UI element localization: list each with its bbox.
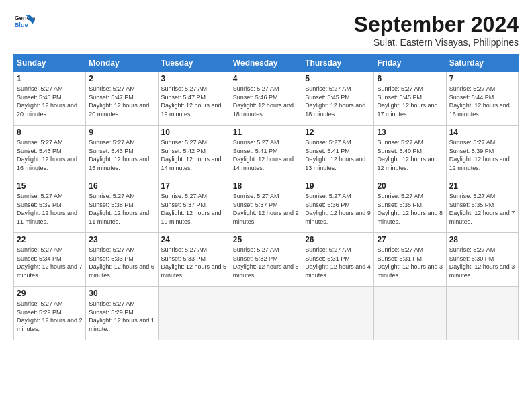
table-row: 20Sunrise: 5:27 AMSunset: 5:35 PMDayligh…: [374, 179, 446, 233]
month-title: September 2024: [354, 12, 519, 37]
col-tuesday: Tuesday: [158, 55, 230, 72]
table-row: 26Sunrise: 5:27 AMSunset: 5:31 PMDayligh…: [302, 233, 374, 287]
table-row: 17Sunrise: 5:27 AMSunset: 5:37 PMDayligh…: [158, 179, 230, 233]
table-row: 4Sunrise: 5:27 AMSunset: 5:46 PMDaylight…: [230, 72, 302, 126]
table-row: 30Sunrise: 5:27 AMSunset: 5:29 PMDayligh…: [86, 287, 158, 340]
table-row: 24Sunrise: 5:27 AMSunset: 5:33 PMDayligh…: [158, 233, 230, 287]
table-row: 14Sunrise: 5:27 AMSunset: 5:39 PMDayligh…: [446, 126, 518, 179]
table-row: 2Sunrise: 5:27 AMSunset: 5:47 PMDaylight…: [86, 72, 158, 126]
table-row: 11Sunrise: 5:27 AMSunset: 5:41 PMDayligh…: [230, 126, 302, 179]
table-row: 28Sunrise: 5:27 AMSunset: 5:30 PMDayligh…: [446, 233, 518, 287]
table-row: 9Sunrise: 5:27 AMSunset: 5:43 PMDaylight…: [86, 126, 158, 179]
table-row: 21Sunrise: 5:27 AMSunset: 5:35 PMDayligh…: [446, 179, 518, 233]
logo: General Blue: [13, 12, 35, 31]
col-sunday: Sunday: [14, 55, 86, 72]
table-row: 8Sunrise: 5:27 AMSunset: 5:43 PMDaylight…: [14, 126, 86, 179]
table-row: 13Sunrise: 5:27 AMSunset: 5:40 PMDayligh…: [374, 126, 446, 179]
page: General Blue September 2024 Sulat, Easte…: [0, 0, 532, 347]
table-row: 5Sunrise: 5:27 AMSunset: 5:45 PMDaylight…: [302, 72, 374, 126]
col-wednesday: Wednesday: [230, 55, 302, 72]
header: General Blue September 2024 Sulat, Easte…: [13, 12, 519, 48]
table-row: [374, 287, 446, 340]
table-row: 18Sunrise: 5:27 AMSunset: 5:37 PMDayligh…: [230, 179, 302, 233]
table-row: 12Sunrise: 5:27 AMSunset: 5:41 PMDayligh…: [302, 126, 374, 179]
calendar-table: Sunday Monday Tuesday Wednesday Thursday…: [13, 54, 519, 340]
table-row: 1Sunrise: 5:27 AMSunset: 5:48 PMDaylight…: [14, 72, 86, 126]
col-thursday: Thursday: [302, 55, 374, 72]
table-row: 15Sunrise: 5:27 AMSunset: 5:39 PMDayligh…: [14, 179, 86, 233]
header-row: Sunday Monday Tuesday Wednesday Thursday…: [14, 55, 519, 72]
table-row: 25Sunrise: 5:27 AMSunset: 5:32 PMDayligh…: [230, 233, 302, 287]
logo-icon: General Blue: [13, 12, 35, 31]
table-row: [230, 287, 302, 340]
title-block: September 2024 Sulat, Eastern Visayas, P…: [354, 12, 519, 48]
table-row: 29Sunrise: 5:27 AMSunset: 5:29 PMDayligh…: [14, 287, 86, 340]
table-row: 23Sunrise: 5:27 AMSunset: 5:33 PMDayligh…: [86, 233, 158, 287]
table-row: 6Sunrise: 5:27 AMSunset: 5:45 PMDaylight…: [374, 72, 446, 126]
table-row: [302, 287, 374, 340]
table-row: [158, 287, 230, 340]
col-friday: Friday: [374, 55, 446, 72]
svg-text:Blue: Blue: [15, 21, 28, 28]
table-row: 27Sunrise: 5:27 AMSunset: 5:31 PMDayligh…: [374, 233, 446, 287]
table-row: 22Sunrise: 5:27 AMSunset: 5:34 PMDayligh…: [14, 233, 86, 287]
col-saturday: Saturday: [446, 55, 518, 72]
location: Sulat, Eastern Visayas, Philippines: [354, 37, 519, 48]
table-row: 10Sunrise: 5:27 AMSunset: 5:42 PMDayligh…: [158, 126, 230, 179]
table-row: 7Sunrise: 5:27 AMSunset: 5:44 PMDaylight…: [446, 72, 518, 126]
table-row: 3Sunrise: 5:27 AMSunset: 5:47 PMDaylight…: [158, 72, 230, 126]
table-row: 19Sunrise: 5:27 AMSunset: 5:36 PMDayligh…: [302, 179, 374, 233]
col-monday: Monday: [86, 55, 158, 72]
table-row: [446, 287, 518, 340]
table-row: 16Sunrise: 5:27 AMSunset: 5:38 PMDayligh…: [86, 179, 158, 233]
